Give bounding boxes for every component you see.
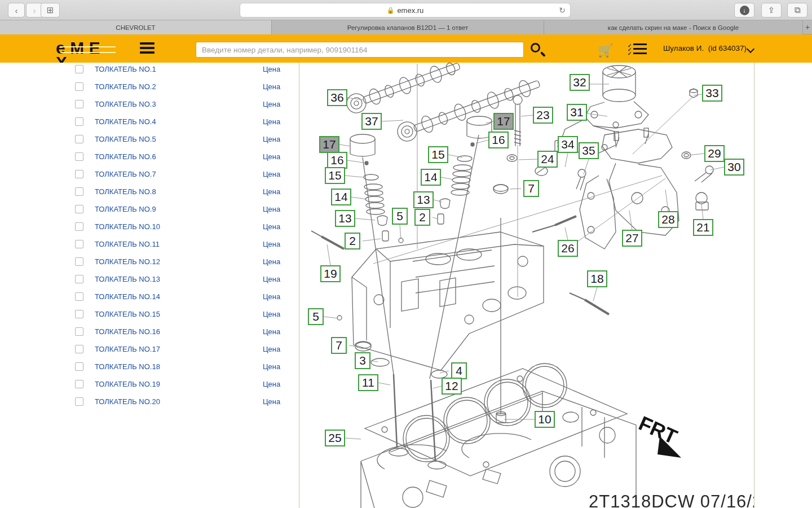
new-tab-button[interactable]: + <box>803 20 812 34</box>
chevron-down-icon[interactable] <box>748 45 754 52</box>
price-link[interactable]: Цена <box>263 170 280 178</box>
diagram-callout-2[interactable]: 2 <box>345 233 360 249</box>
diagram-callout-16[interactable]: 16 <box>488 132 509 148</box>
price-link[interactable]: Цена <box>263 327 280 336</box>
diagram-callout-29[interactable]: 29 <box>704 145 725 162</box>
part-checkbox[interactable] <box>75 187 83 196</box>
diagram-callout-11[interactable]: 11 <box>358 374 378 391</box>
diagram-callout-15[interactable]: 15 <box>428 146 448 163</box>
price-link[interactable]: Цена <box>263 100 280 108</box>
search-icon[interactable] <box>529 42 546 59</box>
part-checkbox[interactable] <box>75 170 83 178</box>
diagram-callout-4[interactable]: 4 <box>451 362 467 379</box>
diagram-callout-13[interactable]: 13 <box>413 191 434 208</box>
part-name-link[interactable]: ТОЛКАТЕЛЬ NO.10 <box>95 222 160 231</box>
diagram-callout-7[interactable]: 7 <box>523 180 539 197</box>
part-name-link[interactable]: ТОЛКАТЕЛЬ NO.5 <box>95 135 156 143</box>
diagram-callout-14[interactable]: 14 <box>331 189 351 205</box>
diagram-callout-36[interactable]: 36 <box>327 89 347 106</box>
part-checkbox[interactable] <box>75 362 83 371</box>
diagram-callout-21[interactable]: 21 <box>693 219 713 236</box>
diagram-callout-34[interactable]: 34 <box>558 136 578 153</box>
diagram-callout-7[interactable]: 7 <box>331 337 347 354</box>
price-link[interactable]: Цена <box>263 397 280 406</box>
diagram-callout-25[interactable]: 25 <box>325 430 345 446</box>
tab-google-search[interactable]: как сделать скрин на маке - Поиск в Goog… <box>544 20 803 34</box>
part-checkbox[interactable] <box>75 327 83 336</box>
diagram-callout-3[interactable]: 3 <box>355 352 370 369</box>
part-checkbox[interactable] <box>75 345 83 353</box>
part-name-link[interactable]: ТОЛКАТЕЛЬ NO.12 <box>95 257 160 266</box>
price-link[interactable]: Цена <box>263 292 280 301</box>
diagram-callout-5[interactable]: 5 <box>308 308 324 325</box>
price-link[interactable]: Цена <box>263 362 280 371</box>
diagram-callout-23[interactable]: 23 <box>533 107 553 124</box>
diagram-callout-2[interactable]: 2 <box>414 209 430 226</box>
part-name-link[interactable]: ТОЛКАТЕЛЬ NO.2 <box>95 82 156 91</box>
part-checkbox[interactable] <box>75 257 83 266</box>
part-name-link[interactable]: ТОЛКАТЕЛЬ NO.16 <box>95 327 160 336</box>
part-name-link[interactable]: ТОЛКАТЕЛЬ NO.7 <box>95 170 156 178</box>
part-checkbox[interactable] <box>75 65 83 73</box>
diagram-callout-28[interactable]: 28 <box>658 211 678 228</box>
diagram-callout-12[interactable]: 12 <box>442 378 462 395</box>
diagram-callout-14[interactable]: 14 <box>421 169 441 186</box>
price-link[interactable]: Цена <box>263 187 280 196</box>
diagram-callout-17[interactable]: 17 <box>493 113 514 130</box>
part-checkbox[interactable] <box>75 100 83 108</box>
part-checkbox[interactable] <box>75 310 83 318</box>
part-checkbox[interactable] <box>75 292 83 301</box>
sidebar-toggle-button[interactable]: ⊞ <box>41 3 60 17</box>
price-link[interactable]: Цена <box>263 205 280 213</box>
diagram-callout-24[interactable]: 24 <box>537 151 558 168</box>
part-name-link[interactable]: ТОЛКАТЕЛЬ NO.13 <box>95 275 160 283</box>
part-name-link[interactable]: ТОЛКАТЕЛЬ NO.9 <box>95 205 156 213</box>
part-checkbox[interactable] <box>75 240 83 248</box>
diagram-callout-27[interactable]: 27 <box>622 230 642 247</box>
part-name-link[interactable]: ТОЛКАТЕЛЬ NO.3 <box>95 100 156 108</box>
diagram-callout-5[interactable]: 5 <box>392 208 408 225</box>
part-checkbox[interactable] <box>75 117 83 126</box>
part-checkbox[interactable] <box>75 135 83 143</box>
diagram-callout-17[interactable]: 17 <box>319 136 339 153</box>
diagram-callout-31[interactable]: 31 <box>567 104 587 121</box>
part-name-link[interactable]: ТОЛКАТЕЛЬ NO.4 <box>95 117 156 126</box>
part-name-link[interactable]: ТОЛКАТЕЛЬ NO.18 <box>95 362 160 371</box>
diagram-callout-16[interactable]: 16 <box>327 152 347 169</box>
cart-icon[interactable]: 🛒 <box>598 43 613 58</box>
diagram-callout-10[interactable]: 10 <box>535 411 555 428</box>
part-name-link[interactable]: ТОЛКАТЕЛЬ NO.20 <box>95 397 160 406</box>
part-name-link[interactable]: ТОЛКАТЕЛЬ NO.17 <box>95 345 160 353</box>
downloads-button[interactable]: ↓ <box>734 3 754 17</box>
tab-overview-button[interactable]: ⧉ <box>787 3 807 17</box>
diagram-callout-37[interactable]: 37 <box>361 113 382 130</box>
part-name-link[interactable]: ТОЛКАТЕЛЬ NO.8 <box>95 187 156 196</box>
tab-chevrolet[interactable]: CHEVROLET <box>0 20 272 34</box>
part-checkbox[interactable] <box>75 397 83 406</box>
price-link[interactable]: Цена <box>263 345 280 353</box>
price-link[interactable]: Цена <box>263 117 280 126</box>
price-link[interactable]: Цена <box>263 135 280 143</box>
reload-icon[interactable]: ↻ <box>559 6 566 15</box>
part-name-link[interactable]: ТОЛКАТЕЛЬ NO.11 <box>95 240 160 248</box>
price-link[interactable]: Цена <box>263 380 280 388</box>
diagram-callout-35[interactable]: 35 <box>579 142 599 159</box>
price-link[interactable]: Цена <box>263 152 280 161</box>
part-checkbox[interactable] <box>75 275 83 283</box>
part-name-link[interactable]: ТОЛКАТЕЛЬ NO.6 <box>95 152 156 161</box>
diagram-callout-26[interactable]: 26 <box>558 240 578 257</box>
url-bar[interactable]: 🔒 emex.ru ↻ <box>240 3 571 17</box>
back-button[interactable]: ‹ <box>8 3 25 17</box>
diagram-callout-33[interactable]: 33 <box>702 85 722 102</box>
diagram-callout-32[interactable]: 32 <box>570 74 590 91</box>
diagram-callout-30[interactable]: 30 <box>724 159 744 176</box>
part-name-link[interactable]: ТОЛКАТЕЛЬ NO.15 <box>95 310 160 318</box>
part-checkbox[interactable] <box>75 152 83 161</box>
part-name-link[interactable]: ТОЛКАТЕЛЬ NO.1 <box>95 65 156 73</box>
part-checkbox[interactable] <box>75 222 83 231</box>
part-checkbox[interactable] <box>75 380 83 388</box>
price-link[interactable]: Цена <box>263 65 280 73</box>
emex-logo[interactable]: e M E X <box>56 41 118 56</box>
diagram-callout-19[interactable]: 19 <box>320 265 341 282</box>
price-link[interactable]: Цена <box>263 257 280 266</box>
